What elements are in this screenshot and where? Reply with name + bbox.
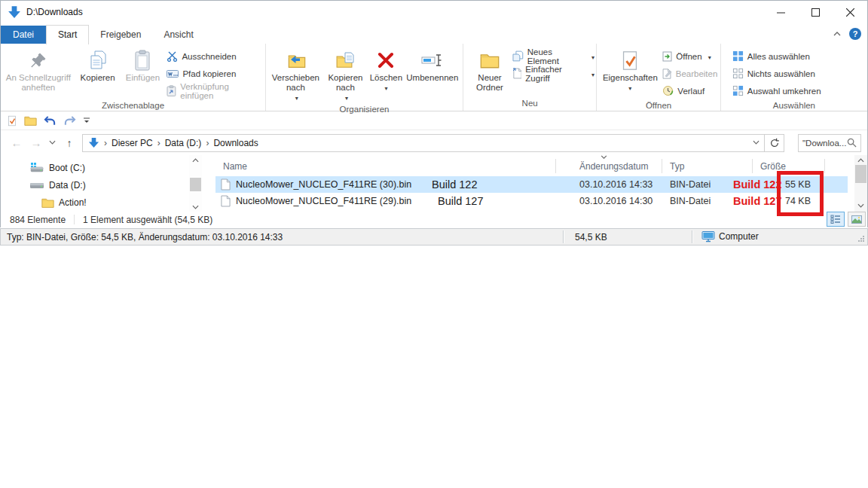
address-dropdown-icon[interactable] bbox=[752, 140, 761, 145]
recent-locations-icon[interactable] bbox=[47, 140, 58, 145]
ribbon-group-organize: Verschieben nach Kopieren nach Löschen bbox=[266, 44, 463, 111]
column-divider[interactable] bbox=[662, 159, 662, 173]
scroll-up-icon[interactable] bbox=[854, 155, 867, 165]
search-input[interactable]: "Downloa... bbox=[802, 139, 847, 148]
up-button[interactable]: ↑ bbox=[60, 137, 79, 149]
folder-icon bbox=[41, 197, 54, 208]
sort-descending-icon bbox=[601, 155, 608, 160]
address-location-icon bbox=[88, 137, 99, 148]
file-row-1[interactable]: NucleoMower_NUCLEO_F411RE (30).bin Build… bbox=[215, 176, 848, 193]
collapse-ribbon-icon[interactable] bbox=[833, 32, 842, 37]
delete-button[interactable]: Löschen bbox=[368, 45, 404, 103]
properties-caret bbox=[628, 83, 631, 93]
scrollbar-thumb[interactable] bbox=[190, 178, 201, 191]
breadcrumb-downloads[interactable]: Downloads bbox=[211, 138, 260, 148]
qat-new-folder-icon[interactable] bbox=[24, 115, 37, 126]
breadcrumb-dieser-pc[interactable]: Dieser PC bbox=[109, 138, 155, 148]
cut-button[interactable]: Ausschneiden bbox=[164, 47, 264, 65]
copy-path-button[interactable]: Pfad kopieren bbox=[164, 65, 264, 82]
history-icon bbox=[662, 85, 674, 96]
select-none-button[interactable]: Nichts auswählen bbox=[730, 65, 858, 82]
tab-start[interactable]: Start bbox=[46, 25, 89, 44]
tab-freigeben[interactable]: Freigeben bbox=[89, 26, 152, 44]
invert-selection-button[interactable]: Auswahl umkehren bbox=[730, 82, 858, 99]
move-to-caret bbox=[293, 93, 298, 103]
delete-caret bbox=[384, 83, 387, 93]
group-label-select: Auswählen bbox=[721, 99, 867, 113]
forward-button[interactable]: → bbox=[26, 136, 46, 149]
cut-label: Ausschneiden bbox=[182, 52, 236, 61]
column-divider[interactable] bbox=[752, 159, 753, 173]
new-folder-label: Neuer Ordner bbox=[469, 73, 510, 93]
annotation-build-127: Build 127 bbox=[438, 195, 483, 207]
sidebar-item-label: Boot (C:) bbox=[49, 163, 85, 173]
sidebar-item-action[interactable]: Action! bbox=[1, 194, 212, 211]
thumbnail-view-button[interactable] bbox=[848, 212, 866, 227]
filelist-scrollbar[interactable] bbox=[854, 155, 867, 212]
rename-label: Umbenennen bbox=[406, 73, 458, 83]
maximize-button[interactable] bbox=[798, 1, 833, 23]
sidebar-item-data-d[interactable]: Data (D:) bbox=[1, 176, 212, 194]
open-caret bbox=[706, 52, 711, 61]
scroll-down-icon[interactable] bbox=[854, 200, 867, 210]
undo-icon[interactable] bbox=[44, 115, 57, 127]
easy-access-button[interactable]: Einfacher Zugriff bbox=[510, 65, 594, 82]
copy-label: Kopieren bbox=[81, 73, 115, 83]
new-item-button[interactable]: Neues Element bbox=[510, 47, 594, 65]
pin-to-quickaccess-button[interactable]: An Schnellzugriff anheften bbox=[2, 45, 75, 99]
copy-to-button[interactable]: Kopieren nach bbox=[322, 45, 368, 103]
sidebar-item-boot-c[interactable]: Boot (C:) bbox=[1, 159, 212, 176]
scrollbar-thumb[interactable] bbox=[855, 165, 866, 183]
refresh-button[interactable] bbox=[765, 134, 784, 152]
maximize-icon bbox=[811, 8, 820, 17]
search-icon bbox=[847, 138, 857, 148]
history-button[interactable]: Verlauf bbox=[660, 82, 717, 99]
history-label: Verlauf bbox=[677, 87, 704, 96]
paste-button[interactable]: Einfügen bbox=[121, 45, 165, 99]
paste-shortcut-button[interactable]: Verknüpfung einfügen bbox=[164, 82, 264, 99]
annotation-build-122: Build 122 bbox=[432, 178, 477, 191]
ribbon: An Schnellzugriff anheften Kopieren Einf… bbox=[1, 44, 867, 111]
open-button[interactable]: Öffnen bbox=[660, 47, 717, 65]
column-header-type[interactable]: Typ bbox=[670, 161, 684, 172]
select-all-button[interactable]: Alles auswählen bbox=[730, 47, 858, 65]
qat-properties-icon[interactable] bbox=[7, 115, 17, 127]
scroll-down-icon[interactable] bbox=[189, 202, 202, 212]
tab-datei[interactable]: Datei bbox=[1, 26, 46, 44]
tab-ansicht[interactable]: Ansicht bbox=[152, 26, 204, 44]
search-box[interactable]: "Downloa... bbox=[798, 134, 861, 152]
address-bar[interactable]: Dieser PC Data (D:) Downloads bbox=[82, 134, 765, 152]
close-button[interactable] bbox=[833, 1, 867, 23]
rename-button[interactable]: Umbenennen bbox=[404, 45, 461, 103]
qat-customize-icon[interactable] bbox=[83, 117, 90, 124]
help-icon[interactable]: ? bbox=[849, 28, 861, 40]
column-header-size[interactable]: Größe bbox=[760, 161, 786, 172]
paste-label: Einfügen bbox=[126, 73, 160, 83]
column-divider[interactable] bbox=[555, 159, 556, 173]
file-row-2[interactable]: NucleoMower_NUCLEO_F411RE (29).bin Build… bbox=[215, 193, 848, 209]
details-view-button[interactable] bbox=[827, 212, 845, 227]
column-header-name[interactable]: Name bbox=[223, 161, 247, 172]
minimize-button[interactable] bbox=[763, 1, 798, 23]
copy-button[interactable]: Kopieren bbox=[75, 45, 121, 99]
column-header-date[interactable]: Änderungsdatum bbox=[579, 161, 648, 172]
back-button[interactable]: ← bbox=[7, 136, 26, 149]
edit-button[interactable]: Bearbeiten bbox=[660, 65, 717, 82]
refresh-icon bbox=[769, 138, 780, 148]
new-folder-button[interactable]: Neuer Ordner bbox=[469, 45, 510, 97]
easy-access-caret bbox=[589, 69, 594, 78]
new-item-icon bbox=[512, 50, 524, 62]
column-divider[interactable] bbox=[824, 159, 825, 173]
pin-to-quickaccess-label: An Schnellzugriff anheften bbox=[2, 73, 75, 93]
paste-shortcut-label: Verknüpfung einfügen bbox=[180, 82, 264, 100]
close-icon bbox=[846, 8, 854, 17]
breadcrumb-data-d[interactable]: Data (D:) bbox=[163, 138, 204, 148]
sidebar-scrollbar[interactable] bbox=[189, 155, 202, 212]
resize-grip[interactable] bbox=[857, 235, 865, 242]
title-bar: D:\Downloads bbox=[1, 1, 867, 23]
move-to-button[interactable]: Verschieben nach bbox=[269, 45, 322, 103]
properties-button[interactable]: Eigenschaften bbox=[600, 45, 660, 99]
select-all-label: Alles auswählen bbox=[747, 52, 810, 61]
scroll-up-icon[interactable] bbox=[189, 155, 202, 165]
redo-icon[interactable] bbox=[63, 115, 76, 127]
